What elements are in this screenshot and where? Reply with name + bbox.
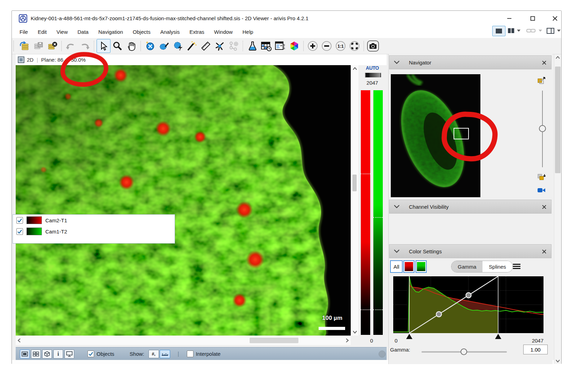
maximize-button[interactable] xyxy=(527,14,539,23)
scroll-up-icon[interactable] xyxy=(351,66,358,71)
select-green-channel-button[interactable] xyxy=(416,260,427,273)
zoom-in-button[interactable] xyxy=(306,39,320,53)
histogram-panel[interactable] xyxy=(393,276,543,333)
channel-row[interactable]: Cam1-T2 xyxy=(13,226,175,237)
select-red-channel-button[interactable] xyxy=(403,260,415,273)
gamma-value-input[interactable] xyxy=(523,345,548,354)
nav-zoom-step-down-button[interactable] xyxy=(537,173,546,182)
navigator-close-icon[interactable] xyxy=(541,59,548,66)
collapse-chevron-icon[interactable] xyxy=(394,60,400,64)
panel-scroll-down-icon[interactable] xyxy=(554,358,561,364)
interpolate-checkbox[interactable] xyxy=(187,351,193,357)
objects-checkbox[interactable] xyxy=(88,351,94,357)
navigator-zoom-slider-handle[interactable] xyxy=(539,125,546,132)
panel-scroll-thumb[interactable] xyxy=(555,67,561,173)
split-view-dropdown[interactable] xyxy=(516,26,522,36)
image-viewport[interactable]: 100 µm xyxy=(16,65,351,336)
tile-view-button[interactable] xyxy=(31,349,41,359)
analysis-flask-button[interactable] xyxy=(245,39,259,53)
panel-scrollbar[interactable] xyxy=(554,54,561,364)
spline-tool-button[interactable] xyxy=(213,39,227,53)
split-view-button[interactable] xyxy=(507,26,516,36)
scroll-left-icon[interactable] xyxy=(16,336,23,345)
horizontal-scroll-thumb[interactable] xyxy=(250,338,298,343)
menu-edit[interactable]: Edit xyxy=(33,27,52,37)
menu-objects[interactable]: Objects xyxy=(128,27,155,37)
menu-file[interactable]: File xyxy=(15,27,33,37)
scroll-right-icon[interactable] xyxy=(344,336,351,345)
link-views-dropdown[interactable] xyxy=(538,26,543,36)
color-settings-close-icon[interactable] xyxy=(541,248,548,255)
menu-window[interactable]: Window xyxy=(209,27,237,37)
nav-zoom-step-up-button[interactable] xyxy=(537,76,546,85)
single-view-button[interactable] xyxy=(492,26,505,36)
auto-range-label[interactable]: AUTO xyxy=(359,65,386,71)
tab-splines[interactable]: Splines xyxy=(482,261,512,272)
color-settings-menu-icon[interactable] xyxy=(513,264,520,269)
color-settings-panel-header[interactable]: Color Settings xyxy=(389,244,552,258)
open-image-set-button[interactable] xyxy=(17,39,31,53)
presentation-button[interactable] xyxy=(64,349,74,359)
minimize-button[interactable] xyxy=(503,14,515,23)
toolbar-grip[interactable] xyxy=(13,41,16,51)
channel-row[interactable]: Cam2-T1 xyxy=(13,215,175,226)
menu-data[interactable]: Data xyxy=(73,27,93,37)
menu-navigation[interactable]: Navigation xyxy=(93,27,128,37)
menu-help[interactable]: Help xyxy=(237,27,258,37)
channel-visibility-close-icon[interactable] xyxy=(541,203,548,210)
zoom-tool-button[interactable] xyxy=(111,39,124,53)
magic-wand-tool-button[interactable] xyxy=(185,39,199,53)
vertical-scroll-thumb[interactable] xyxy=(352,175,357,191)
green-threshold-marker[interactable] xyxy=(373,217,383,218)
green-channel-colorbar[interactable] xyxy=(373,90,383,335)
color-presets-button[interactable] xyxy=(287,39,301,53)
channel-1-color-swatch[interactable] xyxy=(26,216,42,224)
objects-table-button[interactable] xyxy=(259,39,273,53)
snapshot-button[interactable] xyxy=(366,39,380,53)
image-horizontal-scrollbar[interactable] xyxy=(16,336,351,345)
zoom-one-to-one-button[interactable]: 1:1 xyxy=(334,39,348,53)
red-threshold-marker[interactable] xyxy=(361,309,370,310)
channel-1-checkbox[interactable] xyxy=(16,217,23,224)
menu-view[interactable]: View xyxy=(52,27,73,37)
show-annotations-button[interactable]: #, xyxy=(149,350,159,358)
sphere-tool-button[interactable] xyxy=(143,39,157,53)
layout-button[interactable] xyxy=(545,26,556,36)
panel-scroll-up-icon[interactable] xyxy=(554,54,561,60)
undo-button[interactable] xyxy=(64,39,78,53)
red-threshold-marker[interactable] xyxy=(361,174,370,174)
collapse-chevron-icon[interactable] xyxy=(394,249,400,253)
show-scalebar-button[interactable] xyxy=(160,350,170,358)
navigator-panel-header[interactable]: Navigator xyxy=(389,55,552,69)
viewer-2d-button[interactable] xyxy=(20,349,30,359)
draw-tool-button[interactable] xyxy=(157,39,171,53)
transform-tool-button[interactable] xyxy=(171,39,185,53)
range-min-handle[interactable] xyxy=(406,334,412,339)
image-vertical-scrollbar[interactable] xyxy=(351,65,358,336)
viewer-3d-button[interactable] xyxy=(42,349,52,359)
select-all-channels-button[interactable]: All xyxy=(390,260,403,273)
link-views-button[interactable] xyxy=(525,26,537,36)
menu-extras[interactable]: Extras xyxy=(185,27,210,37)
measure-tool-button[interactable] xyxy=(199,39,213,53)
close-image-set-button[interactable] xyxy=(45,39,59,53)
auto-range-slider[interactable] xyxy=(365,73,381,77)
fit-to-window-button[interactable] xyxy=(348,39,362,53)
pan-tool-button[interactable] xyxy=(124,39,138,53)
layout-dropdown[interactable] xyxy=(556,26,562,36)
scroll-down-icon[interactable] xyxy=(351,329,358,335)
collapse-chevron-icon[interactable] xyxy=(394,205,400,209)
info-button[interactable]: i xyxy=(53,349,63,359)
save-image-set-button[interactable] xyxy=(31,39,45,53)
channel-2-color-swatch[interactable] xyxy=(26,228,42,235)
channel-visibility-panel-header[interactable]: Channel Visibility xyxy=(389,200,552,214)
close-button[interactable] xyxy=(549,14,561,23)
script-editor-button[interactable] xyxy=(273,39,287,53)
green-threshold-marker[interactable] xyxy=(373,309,383,310)
redo-button[interactable] xyxy=(78,39,92,53)
channel-2-checkbox[interactable] xyxy=(16,228,23,235)
tab-gamma[interactable]: Gamma xyxy=(451,261,482,272)
zoom-out-button[interactable] xyxy=(320,39,334,53)
menu-analysis[interactable]: Analysis xyxy=(155,27,185,37)
pointer-tool-button[interactable] xyxy=(97,39,111,53)
